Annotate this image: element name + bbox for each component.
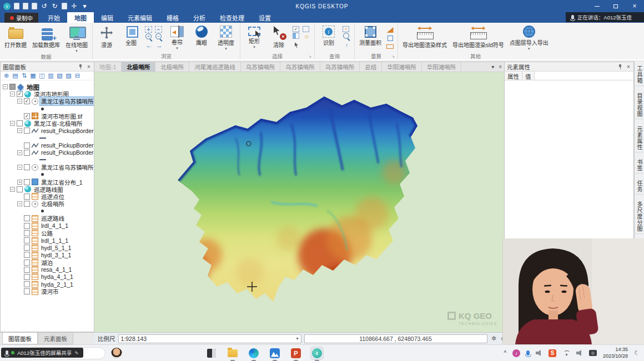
expander-icon[interactable] bbox=[17, 165, 22, 170]
layer-checkbox[interactable] bbox=[17, 91, 23, 97]
layer-tree-row[interactable]: 漠河市地形图 bbox=[1, 90, 94, 98]
menu-item[interactable]: 检查处理 bbox=[213, 12, 251, 23]
layer-checkbox[interactable] bbox=[24, 252, 30, 258]
layer-checkbox[interactable] bbox=[24, 164, 30, 170]
column-header[interactable]: 属性 bbox=[505, 72, 522, 80]
select-by-check-icon[interactable]: ✓ bbox=[293, 26, 299, 32]
column-header[interactable]: 值 bbox=[522, 72, 535, 80]
load-database-button[interactable]: 加载数据库 bbox=[29, 23, 63, 49]
map-tab[interactable]: 总结 bbox=[360, 62, 382, 72]
close-icon[interactable]: × bbox=[626, 64, 631, 70]
rect-select-button[interactable]: 矩形 bbox=[242, 23, 266, 49]
transparency-button[interactable]: 透明度 bbox=[214, 23, 238, 50]
map-tab[interactable]: 华阳滩哨所 bbox=[422, 62, 462, 72]
table-view-icon[interactable]: ▥ bbox=[47, 72, 54, 79]
layer-tree-row[interactable]: hydl_3_1_1 bbox=[1, 251, 94, 258]
scale-combobox[interactable]: 1:928.143 ▾ bbox=[118, 334, 301, 343]
map-tab[interactable]: 乌苏镇哨所 bbox=[280, 62, 320, 72]
close-button[interactable]: × bbox=[625, 0, 644, 12]
layer-tree-row[interactable]: 北极哨所 bbox=[1, 200, 94, 207]
measure-area-button[interactable]: 测量面积 bbox=[356, 23, 384, 47]
map-tab[interactable]: 华阳滩哨所 bbox=[382, 62, 422, 72]
split-view-icon[interactable]: ◫ bbox=[38, 72, 46, 79]
layer-label[interactable]: 漠河市 bbox=[40, 287, 60, 296]
layer-label[interactable]: hyda_4_1_1 bbox=[40, 273, 74, 280]
map-tab[interactable]: 乌苏镇哨所 bbox=[320, 62, 360, 72]
kqgis-app-icon[interactable] bbox=[311, 347, 323, 359]
layer-checkbox[interactable] bbox=[24, 215, 30, 221]
layer-tree-row[interactable]: 黑龙江省-北极哨所 bbox=[1, 120, 94, 127]
layer-label[interactable]: resa_4_1_1 bbox=[40, 266, 73, 273]
layer-tree-row[interactable]: 漠河市 bbox=[1, 288, 94, 295]
notebook-app-icon[interactable] bbox=[205, 347, 218, 359]
menu-item[interactable]: 设置 bbox=[251, 12, 278, 23]
volume-icon[interactable] bbox=[576, 350, 583, 356]
layer-tree-row[interactable]: hyda_4_1_1 bbox=[1, 273, 94, 281]
identify-button[interactable]: 识别 bbox=[316, 23, 341, 47]
layer-tree-row[interactable]: 巡逻路线图 bbox=[1, 186, 94, 193]
add-layer-icon[interactable]: ⊕ bbox=[3, 72, 10, 79]
select-by-lasso-icon[interactable]: ☆ bbox=[303, 33, 311, 40]
online-map-button[interactable]: 在线地图 bbox=[63, 23, 90, 53]
back-icon[interactable]: ‹ bbox=[3, 3, 11, 10]
map-tab[interactable]: 地图-1 bbox=[94, 62, 122, 72]
annotate-pencil-icon[interactable] bbox=[74, 350, 79, 356]
layer-tree-row[interactable]: 黑龙江省乌苏镇哨所 bbox=[1, 164, 94, 171]
export-doc-icon[interactable] bbox=[62, 3, 67, 9]
sogou-input-icon[interactable]: S bbox=[549, 349, 556, 357]
tray-expand-icon[interactable]: ^ bbox=[504, 350, 506, 356]
layer-label[interactable]: result_PickupBorder-2 bbox=[40, 128, 94, 134]
map-tab[interactable]: 北极哨所 bbox=[122, 62, 155, 72]
export-sld-button[interactable]: 导出地图渲染sld符号 bbox=[450, 23, 507, 49]
layer-tree-row[interactable]: 巡逻点位 bbox=[1, 193, 94, 200]
group-expander-icon[interactable] bbox=[391, 54, 395, 59]
layer-checkbox[interactable] bbox=[24, 128, 30, 134]
clear-selection-button[interactable]: 清除 bbox=[266, 23, 291, 49]
layer-label[interactable]: hyda_2_1_1 bbox=[40, 281, 74, 288]
new-doc-icon[interactable] bbox=[14, 3, 19, 9]
expander-icon[interactable] bbox=[10, 187, 15, 192]
layer-tree-row[interactable] bbox=[1, 171, 94, 178]
layer-checkbox[interactable] bbox=[24, 267, 30, 273]
layer-label[interactable]: 公路 bbox=[40, 229, 54, 237]
expander-icon[interactable] bbox=[17, 180, 22, 185]
layer-label[interactable]: hydl_3_1_1 bbox=[40, 252, 72, 258]
previous-view-icon[interactable]: ← bbox=[145, 42, 153, 49]
map-app-icon[interactable] bbox=[269, 347, 281, 359]
zoom-in-icon[interactable] bbox=[145, 33, 153, 41]
eagle-eye-button[interactable]: 鹰眼 bbox=[189, 23, 214, 47]
layer-tree-row[interactable]: result_PickupBorder-1 bbox=[1, 142, 94, 149]
layer-tree-row[interactable]: 黑龙江省乌苏镇哨所-1(*) bbox=[1, 98, 94, 105]
invert-selection-icon[interactable] bbox=[293, 33, 299, 39]
layer-tree-row[interactable]: 公路 bbox=[1, 230, 94, 237]
open-data-button[interactable]: 打开数据 bbox=[2, 23, 29, 49]
layer-label[interactable]: hydl_5_1_1 bbox=[40, 245, 72, 251]
zoom-window-out-icon[interactable]: − bbox=[155, 26, 162, 33]
dock-tab[interactable]: 元素面板 bbox=[38, 333, 73, 344]
layer-label[interactable]: 巡逻路线 bbox=[40, 214, 66, 222]
more-icon[interactable]: ▾ bbox=[81, 3, 88, 10]
layer-tree-row[interactable]: 地图 bbox=[1, 83, 94, 90]
layer-tree-row[interactable]: hydl_5_1_1 bbox=[1, 244, 94, 251]
close-icon[interactable]: × bbox=[86, 64, 92, 70]
layer-checkbox[interactable] bbox=[24, 274, 30, 280]
redo-icon[interactable]: ↻ bbox=[51, 3, 58, 10]
layer-label[interactable]: lrdl_4_1_1 bbox=[40, 222, 69, 229]
next-view-icon[interactable]: → bbox=[155, 42, 163, 49]
layer-checkbox[interactable] bbox=[24, 230, 30, 236]
powerpoint-icon[interactable]: P bbox=[290, 347, 302, 359]
camera-icon[interactable] bbox=[589, 350, 597, 356]
right-dock-tab[interactable]: 元素属性 bbox=[635, 124, 643, 152]
undo-icon[interactable]: ↺ bbox=[41, 3, 48, 10]
edge-browser-icon[interactable] bbox=[248, 347, 260, 359]
layer-checkbox[interactable] bbox=[24, 223, 30, 229]
wifi-icon[interactable] bbox=[562, 350, 570, 356]
expander-icon[interactable] bbox=[10, 121, 15, 126]
layer-checkbox[interactable] bbox=[24, 194, 30, 200]
map-canvas[interactable]: KQ GEO TECHNOLOGIES bbox=[94, 72, 504, 332]
pin-icon[interactable] bbox=[617, 64, 623, 69]
menu-item[interactable]: 元素编辑 bbox=[120, 12, 159, 23]
right-dock-tab[interactable]: 任务 bbox=[635, 179, 643, 195]
layer-checkbox[interactable] bbox=[17, 120, 23, 126]
layer-tree-row[interactable] bbox=[1, 156, 94, 164]
